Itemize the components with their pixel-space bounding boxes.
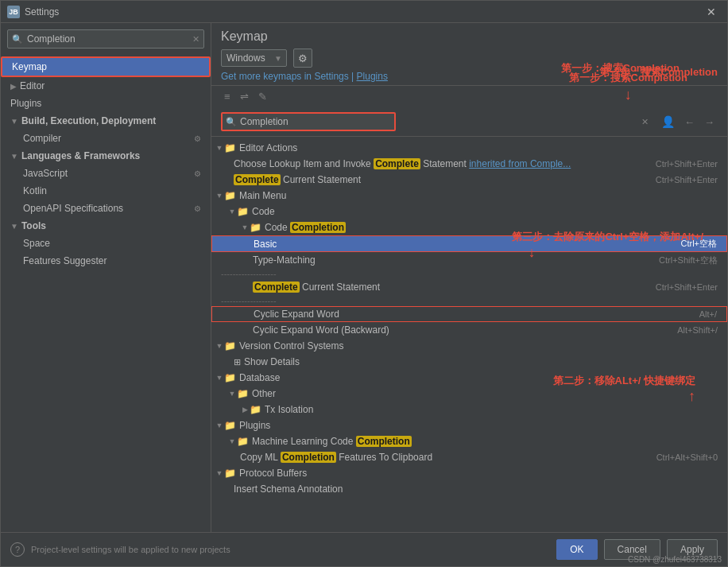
tree-item-label: Editor Actions	[239, 142, 724, 153]
sidebar-item-space[interactable]: Space	[1, 235, 211, 252]
ok-button[interactable]: OK	[556, 539, 597, 560]
keymap-search-input[interactable]	[221, 112, 396, 131]
tree-item-label: Basic	[254, 239, 674, 250]
sidebar-item-openapi[interactable]: OpenAPI Specifications ⚙	[1, 200, 211, 217]
highlight-complete3: Complete	[253, 282, 300, 293]
chevron-right-icon: ▶	[240, 406, 250, 414]
tree-basic[interactable]: Basic Ctrl+空格	[211, 235, 727, 252]
folder-icon: 📁	[224, 142, 236, 153]
window-title: Settings	[25, 6, 702, 17]
settings-icon: ⚙	[194, 134, 201, 143]
tree-code-completion[interactable]: ▼ 📁 Code Completion	[211, 219, 727, 235]
tree-copy-ml[interactable]: Copy ML Completion Features To Clipboard…	[211, 449, 727, 465]
annotation-step1: 第一步：搜索Completion	[599, 65, 718, 80]
chevron-down-icon: ▼	[227, 208, 237, 216]
folder-icon: 📁	[237, 206, 249, 217]
tree-cyclic-expand[interactable]: Cyclic Expand Word Alt+/	[211, 306, 727, 322]
tree-editor-actions[interactable]: ▼ 📁 Editor Actions	[211, 140, 727, 156]
tree-choose-lookup[interactable]: Choose Lookup Item and Invoke Complete S…	[211, 156, 727, 172]
sidebar-item-plugins[interactable]: Plugins	[1, 95, 211, 112]
settings-window: JB Settings ✕ 🔍 ✕ Keymap ▶ Editor	[0, 0, 728, 567]
tree-item-label: Choose Lookup Item and Invoke Complete S…	[234, 158, 649, 169]
close-button[interactable]: ✕	[702, 4, 721, 20]
tree-other[interactable]: ▼ 📁 Other	[211, 386, 727, 402]
keymap-dropdown[interactable]: Windows Mac OS X Eclipse	[221, 49, 287, 67]
folder-icon: 📁	[224, 190, 236, 201]
table-icon: ⊞	[234, 357, 241, 367]
advanced-search-button[interactable]: 👤	[658, 114, 678, 130]
tree-item-label: Version Control Systems	[239, 340, 724, 351]
left-navigation: Keymap ▶ Editor Plugins ▼ Build, Executi…	[1, 55, 211, 532]
tree-code[interactable]: ▼ 📁 Code	[211, 204, 727, 219]
align-left-button[interactable]: ≡	[221, 89, 234, 104]
inherited-link[interactable]: inherited from Comple...	[469, 158, 571, 169]
tree-ml-code[interactable]: ▼ 📁 Machine Learning Code Completion	[211, 433, 727, 449]
highlight-complete: Complete	[374, 158, 420, 169]
tree-cyclic-expand-back[interactable]: Cyclic Expand Word (Backward) Alt+Shift+…	[211, 322, 727, 338]
title-bar: JB Settings ✕	[1, 1, 727, 23]
sort-button[interactable]: ⇌	[237, 89, 252, 104]
tree-show-details[interactable]: ⊞ Show Details	[211, 354, 727, 370]
divider-text: -------------------	[221, 269, 277, 278]
tree-complete-current[interactable]: Complete Current Statement Ctrl+Shift+En…	[211, 172, 727, 188]
edit-button[interactable]: ✎	[255, 89, 270, 104]
search-clear-icon[interactable]: ✕	[641, 117, 649, 127]
sidebar-item-features[interactable]: Features Suggester	[1, 252, 211, 270]
project-info-text: Project-level settings will be applied t…	[31, 545, 550, 554]
sidebar-item-label: Tools	[21, 220, 46, 231]
tree-vcs[interactable]: ▼ 📁 Version Control Systems	[211, 338, 727, 354]
chevron-down-icon: ▼	[10, 152, 18, 161]
plugins-link[interactable]: Plugins	[357, 71, 388, 82]
chevron-down-icon: ▼	[215, 469, 224, 477]
forward-button[interactable]: →	[701, 115, 718, 130]
help-button[interactable]: ?	[10, 542, 25, 557]
sidebar-item-javascript[interactable]: JavaScript ⚙	[1, 165, 211, 182]
tree-item-label: Other	[252, 388, 724, 399]
tree-tx-isolation[interactable]: ▶ 📁 Tx Isolation	[211, 402, 727, 417]
folder-icon: 📁	[224, 340, 236, 351]
tree-insert-schema[interactable]: Insert Schema Annotation	[211, 481, 727, 497]
shortcut-badge: Ctrl+Alt+Shift+0	[650, 452, 724, 462]
divider-text: -------------------	[221, 296, 277, 305]
tree-complete-current2[interactable]: Complete Current Statement Ctrl+Shift+En…	[211, 279, 727, 295]
tree-plugins[interactable]: ▼ 📁 Plugins	[211, 417, 727, 433]
sidebar-item-editor[interactable]: ▶ Editor	[1, 77, 211, 95]
shortcut-badge: Alt+Shift+/	[671, 325, 724, 335]
sidebar-item-compiler[interactable]: Compiler ⚙	[1, 130, 211, 147]
shortcut-badge: Ctrl+Shift+Enter	[649, 159, 724, 169]
chevron-down-icon: ▼	[227, 390, 237, 398]
sidebar-item-label: Editor	[20, 80, 45, 91]
sidebar-item-label: Languages & Frameworks	[21, 150, 140, 161]
left-search-input[interactable]	[7, 29, 204, 49]
sidebar-item-kotlin[interactable]: Kotlin	[1, 182, 211, 200]
sidebar-item-keymap[interactable]: Keymap	[1, 56, 211, 77]
tree-item-label: Copy ML Completion Features To Clipboard	[240, 452, 650, 463]
left-search-clear-icon[interactable]: ✕	[192, 34, 199, 45]
tree-item-label: Tx Isolation	[265, 404, 724, 415]
sidebar-item-build[interactable]: ▼ Build, Execution, Deployment	[1, 112, 211, 130]
keymap-toolbar-row: ≡ ⇌ ✎ 第一步：搜索Completion	[211, 86, 727, 107]
folder-icon: 📁	[250, 222, 261, 233]
tree-divider-2: -------------------	[211, 295, 727, 306]
keymap-search-area: 🔍 ✕ 👤 ← → 第一步：搜索Completion	[211, 107, 727, 137]
keymap-gear-button[interactable]: ⚙	[293, 49, 312, 68]
sidebar-item-tools[interactable]: ▼ Tools	[1, 217, 211, 235]
tree-type-matching[interactable]: Type-Matching Ctrl+Shift+空格	[211, 252, 727, 268]
sidebar-item-languages[interactable]: ▼ Languages & Frameworks	[1, 147, 211, 165]
tree-protocol-buffers[interactable]: ▼ 📁 Protocol Buffers	[211, 465, 727, 481]
left-panel: 🔍 ✕ Keymap ▶ Editor Plugins	[1, 23, 211, 532]
tree-main-menu[interactable]: ▼ 📁 Main Menu	[211, 188, 727, 204]
search-icon: 🔍	[226, 117, 237, 127]
shortcut-badge: Ctrl+Shift+Enter	[649, 282, 724, 292]
shortcut-badge: Ctrl+Shift+空格	[652, 254, 724, 266]
folder-icon: 📁	[224, 420, 236, 431]
tree-item-label: Cyclic Expand Word	[254, 309, 693, 320]
tree-item-label: Complete Current Statement	[234, 174, 649, 185]
right-panel: Keymap Windows Mac OS X Eclipse ▼ ⚙	[211, 23, 727, 532]
back-button[interactable]: ←	[681, 115, 698, 130]
highlight-complete2: Complete	[234, 174, 281, 185]
chevron-down-icon: ▼	[215, 374, 224, 382]
tree-database[interactable]: ▼ 📁 Database	[211, 370, 727, 386]
tree-item-label: Type-Matching	[253, 254, 652, 266]
settings-icon: ⚙	[194, 169, 201, 178]
